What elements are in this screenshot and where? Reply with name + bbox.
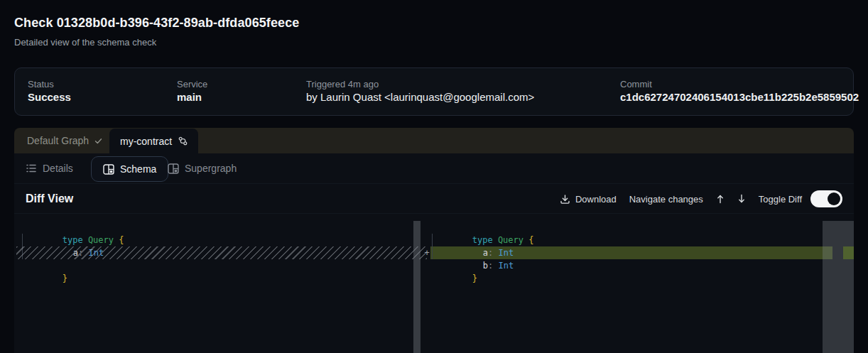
overview-ruler-added-marker bbox=[843, 246, 854, 259]
indent-guide bbox=[432, 234, 433, 259]
code-line: a:Int bbox=[32, 234, 104, 246]
layout-columns-icon bbox=[103, 164, 114, 175]
navigate-changes-label: Navigate changes bbox=[629, 194, 703, 205]
triggered-label: Triggered 4m ago bbox=[306, 79, 379, 89]
tab-details[interactable]: Details bbox=[26, 153, 73, 183]
check-detail-panel: Details Schema Supergraph Diff View bbox=[14, 153, 854, 353]
arrow-down-icon bbox=[737, 194, 746, 204]
switch-knob bbox=[828, 192, 840, 205]
service-value: main bbox=[177, 91, 202, 103]
download-button[interactable]: Download bbox=[560, 194, 617, 205]
arrow-up-icon bbox=[716, 194, 725, 204]
tab-schema-label: Schema bbox=[120, 163, 156, 175]
code-line: a:Int bbox=[442, 234, 514, 246]
schema-diff-editor: typeQuery{ a:Int } + typeQuery{ a:Int bbox=[14, 213, 854, 353]
commit-label: Commit bbox=[620, 79, 652, 89]
page-subtitle: Detailed view of the schema check bbox=[14, 37, 156, 48]
code-line-added: b:Int bbox=[442, 246, 514, 259]
tab-supergraph-label: Supergraph bbox=[185, 163, 237, 174]
page-title: Check 01328b0d-b396-43f2-89ab-dfda065fee… bbox=[14, 16, 299, 31]
left-pane-scrollbar[interactable] bbox=[413, 221, 421, 353]
status-value: Success bbox=[28, 91, 71, 103]
layout-columns-icon bbox=[168, 163, 179, 174]
graph-tab-strip: Default Graph my-contract bbox=[14, 128, 854, 153]
code-line: typeQuery{ bbox=[431, 221, 533, 234]
tab-my-contract-label: my-contract bbox=[120, 136, 172, 147]
right-pane-scrollbar[interactable] bbox=[823, 221, 854, 353]
commit-value: c1dc62724702406154013cbe11b225b2e5859502 bbox=[620, 91, 859, 103]
tab-schema[interactable]: Schema bbox=[91, 156, 168, 182]
toggle-diff-label: Toggle Diff bbox=[759, 194, 802, 205]
download-icon bbox=[560, 194, 570, 205]
next-change-button[interactable] bbox=[737, 194, 746, 204]
tab-supergraph[interactable]: Supergraph bbox=[168, 153, 237, 183]
download-label: Download bbox=[575, 194, 617, 205]
previous-change-button[interactable] bbox=[716, 194, 725, 204]
tab-my-contract[interactable]: my-contract bbox=[109, 129, 198, 153]
diff-placeholder-hatch bbox=[16, 246, 427, 259]
code-line: typeQuery{ bbox=[21, 221, 124, 234]
triggered-value: by Laurin Quast <laurinquast@googlemail.… bbox=[306, 91, 534, 103]
tab-default-graph[interactable]: Default Graph bbox=[27, 128, 102, 153]
service-label: Service bbox=[177, 79, 207, 89]
status-label: Status bbox=[28, 79, 54, 89]
tab-details-label: Details bbox=[43, 163, 73, 174]
toggle-diff-switch[interactable] bbox=[810, 190, 842, 207]
diff-controls: Download Navigate changes Toggle Diff bbox=[560, 184, 842, 214]
git-compare-icon bbox=[178, 136, 188, 146]
diff-toolbar: Diff View Download Navigate changes bbox=[14, 183, 854, 214]
check-icon bbox=[94, 138, 102, 144]
code-line: } bbox=[21, 259, 67, 272]
diff-view-title: Diff View bbox=[26, 184, 73, 214]
tab-default-graph-label: Default Graph bbox=[27, 135, 89, 146]
check-summary-card: Status Success Service main Triggered 4m… bbox=[14, 67, 854, 116]
schema-check-page: Check 01328b0d-b396-43f2-89ab-dfda065fee… bbox=[0, 0, 868, 353]
list-icon bbox=[26, 163, 37, 173]
code-line: } bbox=[431, 259, 477, 272]
